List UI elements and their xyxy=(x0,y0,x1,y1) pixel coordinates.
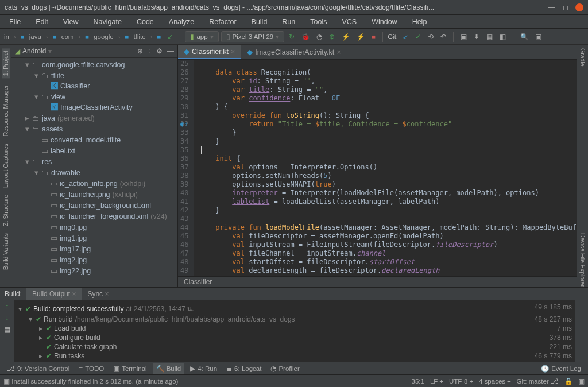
apply-icon[interactable]: ⚡ xyxy=(339,32,352,42)
gear-icon[interactable]: ⚙ xyxy=(156,47,163,55)
tool-layout-captures[interactable]: Layout Captures xyxy=(2,144,9,188)
tree-item[interactable]: ▭ img0.jpg xyxy=(11,222,177,233)
collapse-icon[interactable]: ÷ xyxy=(148,47,152,55)
close-tab-icon[interactable]: × xyxy=(231,48,235,56)
build-row[interactable]: ▸✔ Load build7 ms xyxy=(17,324,572,333)
tree-item[interactable]: ▾🗀 com.google.tflite.catvsdog xyxy=(11,59,177,70)
tool-project[interactable]: 1: Project xyxy=(2,48,10,78)
build-row[interactable]: ▸✔ Configure build378 ms xyxy=(17,333,572,342)
menu-file[interactable]: File xyxy=(2,17,28,27)
tree-item[interactable]: ▾🗀 drawable xyxy=(11,167,177,178)
build-tab-sync[interactable]: Sync × xyxy=(82,288,114,300)
project-tree[interactable]: ▾🗀 com.google.tflite.catvsdog▾🗀 tflite🅺 … xyxy=(11,58,177,287)
tool-run[interactable]: ▶4: Run xyxy=(187,363,220,374)
tree-item[interactable]: ▭ converted_model.tflite xyxy=(11,134,177,145)
minimize-icon[interactable]: — xyxy=(548,3,556,11)
tree-item[interactable]: 🅺 Classifier xyxy=(11,81,177,91)
resource-icon[interactable]: ◧ xyxy=(497,32,508,42)
tree-item[interactable]: ▭ img1.jpg xyxy=(11,233,177,243)
tree-item[interactable]: ▸🗀 java (generated) xyxy=(11,113,177,123)
build-row[interactable]: ✔ Calculate task graph221 ms xyxy=(17,342,572,351)
build-row[interactable]: ▾✔ Run build /home/keng/Documents/public… xyxy=(17,315,572,324)
vcs-revert-icon[interactable]: ↶ xyxy=(438,32,448,42)
tree-item[interactable]: ▭ label.txt xyxy=(11,145,177,156)
tree-item[interactable]: ▾🗀 res xyxy=(11,156,177,167)
apply2-icon[interactable]: ⚡ xyxy=(354,32,367,42)
tool-build-variants[interactable]: Build Variants xyxy=(2,233,9,270)
sdk-icon[interactable]: ⬇ xyxy=(471,32,482,42)
menu-edit[interactable]: Edit xyxy=(29,17,55,27)
lock-icon[interactable]: 🔒 xyxy=(564,377,572,385)
menu-build[interactable]: Build xyxy=(245,17,274,27)
hide-icon[interactable]: — xyxy=(167,47,174,55)
menu-analyze[interactable]: Analyze xyxy=(162,17,201,27)
status-indent[interactable]: 4 spaces ÷ xyxy=(479,378,511,385)
status-git-branch[interactable]: Git: master ⎇ xyxy=(517,377,559,385)
build-up-icon[interactable]: ↑ xyxy=(5,303,9,311)
tree-item[interactable]: ▭ img22.jpg xyxy=(11,265,177,276)
build-down-icon[interactable]: ↓ xyxy=(5,314,9,322)
menu-run[interactable]: Run xyxy=(275,17,302,27)
search-icon[interactable]: 🔍 xyxy=(518,32,531,42)
menu-window[interactable]: Window xyxy=(365,17,404,27)
build-row[interactable]: ▸✔ Run tasks46 s 779 ms xyxy=(17,351,572,361)
build-filter-icon[interactable]: ▤ xyxy=(4,326,10,334)
menu-navigate[interactable]: Navigate xyxy=(87,17,129,27)
tool-resource-manager[interactable]: Resource Manager xyxy=(2,85,9,136)
vcs-commit-icon[interactable]: ✓ xyxy=(413,32,423,42)
maximize-icon[interactable]: ◻ xyxy=(562,3,570,11)
stop-icon[interactable]: ■ xyxy=(369,32,378,41)
menu-tools[interactable]: Tools xyxy=(303,17,334,27)
tool-gradle[interactable]: Gradle xyxy=(579,48,586,67)
tree-item[interactable]: ▾🗀 view xyxy=(11,91,177,102)
vcs-update-icon[interactable]: ↙ xyxy=(400,32,411,42)
menu-view[interactable]: View xyxy=(56,17,86,27)
run-icon[interactable]: ↻ xyxy=(287,32,297,42)
tree-item[interactable]: ▾🗀 tflite xyxy=(11,70,177,81)
menu-code[interactable]: Code xyxy=(130,17,161,27)
status-line-ending[interactable]: LF ÷ xyxy=(430,378,443,385)
tool-device-file-explorer[interactable]: Device File Explorer xyxy=(579,233,586,287)
menu-refactor[interactable]: Refactor xyxy=(202,17,243,27)
status-cursor-pos[interactable]: 35:1 xyxy=(412,378,424,385)
tool-version-control[interactable]: ⎇9: Version Control xyxy=(3,363,73,374)
debug-icon[interactable]: 🐞 xyxy=(299,32,312,42)
tool-logcat[interactable]: ≣6: Logcat xyxy=(223,363,265,374)
tool-build[interactable]: 🔨Build xyxy=(153,363,185,374)
tool-structure[interactable]: Z: Structure xyxy=(2,195,9,226)
project-view-selector[interactable]: Android xyxy=(22,47,46,55)
build-output-tree[interactable]: ▾✔ Build: completed successfully at 24/1… xyxy=(14,300,575,362)
tree-item[interactable]: ▭ img2.jpg xyxy=(11,254,177,265)
status-encoding[interactable]: UTF-8 ÷ xyxy=(449,378,473,385)
avd-icon[interactable]: ▣ xyxy=(458,32,469,42)
event-log[interactable]: 🕓 Event Log xyxy=(537,363,585,374)
tree-item[interactable]: ▭ ic_launcher.png (xxhdpi) xyxy=(11,189,177,200)
tool-todo[interactable]: ≡TODO xyxy=(75,364,107,373)
code-editor[interactable]: 25262728293031 ●↑32333435363738394041424… xyxy=(178,60,577,276)
menu-vcs[interactable]: VCS xyxy=(335,17,363,27)
layout-icon[interactable]: ▦ xyxy=(484,32,495,42)
build-tab-output[interactable]: Build Output × xyxy=(26,288,82,300)
close-tab-icon[interactable]: × xyxy=(336,48,341,56)
tree-item[interactable]: 🅺 ImageClassifierActivity xyxy=(11,102,177,113)
tree-item[interactable]: ▭ ic_launcher_background.xml xyxy=(11,200,177,211)
profile-icon[interactable]: ◔ xyxy=(314,32,324,42)
tab-classifier[interactable]: ◆ Classifier.kt × xyxy=(178,45,241,59)
nav-breadcrumb[interactable]: in› ■java› ■com› ■google› ■tflite› ■ xyxy=(2,33,163,41)
select-opened-icon[interactable]: ⊕ xyxy=(137,47,143,55)
sync-icon[interactable]: ↙ xyxy=(165,32,175,42)
build-row[interactable]: ▾✔ Build: completed successfully at 24/1… xyxy=(17,303,572,315)
tree-item[interactable]: ▭ ic_launcher_foreground.xml (v24) xyxy=(11,211,177,222)
help-icon[interactable]: ▣ xyxy=(533,32,544,42)
vcs-history-icon[interactable]: ⟲ xyxy=(425,32,436,42)
device-selector[interactable]: ▯Pixel 3 API 29▾ xyxy=(221,31,285,42)
memory-icon[interactable]: ▣ xyxy=(578,377,585,385)
menu-help[interactable]: Help xyxy=(405,17,434,27)
tree-item[interactable]: ▾🗀 assets xyxy=(11,123,177,134)
editor-breadcrumb[interactable]: Classifier xyxy=(178,276,577,287)
attach-icon[interactable]: ⊕ xyxy=(327,32,337,42)
tab-imageclassifier[interactable]: ◆ ImageClassifierActivity.kt × xyxy=(241,45,347,59)
module-selector[interactable]: ▮app▾ xyxy=(185,31,218,42)
tool-profiler[interactable]: ◔Profiler xyxy=(267,363,303,374)
tree-item[interactable]: ▭ img17.jpg xyxy=(11,243,177,254)
